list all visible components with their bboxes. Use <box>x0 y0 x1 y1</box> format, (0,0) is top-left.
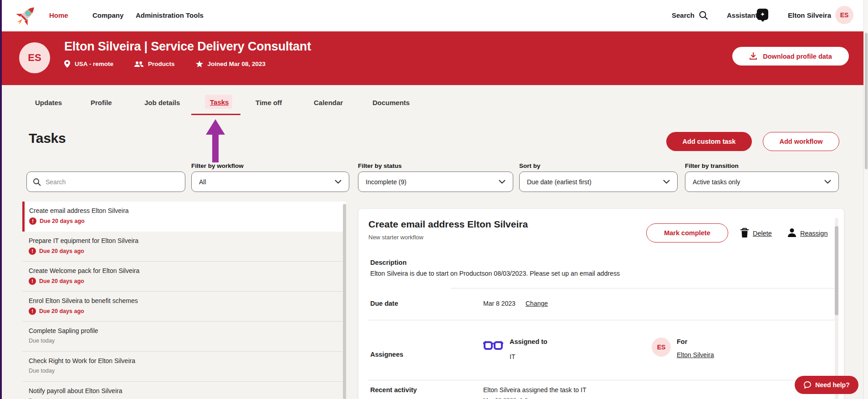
nav-item-company[interactable]: Company <box>92 11 123 19</box>
task-due-text: Due today <box>29 338 55 344</box>
joined-star-icon <box>196 61 203 67</box>
task-due-text: Due 20 days ago <box>39 248 84 254</box>
task-list-item[interactable]: Complete Sapling profile Due today <box>22 322 346 352</box>
delete-link[interactable]: Delete <box>753 230 772 237</box>
window-scrollbar[interactable] <box>863 0 868 399</box>
chevron-down-icon <box>663 180 670 184</box>
search-input[interactable] <box>46 178 185 186</box>
search-icon[interactable] <box>699 10 708 20</box>
overdue-exclamation-icon: ! <box>29 247 36 255</box>
nav-search-label[interactable]: Search <box>672 11 694 19</box>
assistant-icon[interactable]: ✦ <box>757 9 768 20</box>
chevron-down-icon <box>499 180 505 184</box>
overdue-exclamation-icon: ! <box>29 217 36 225</box>
task-detail-title: Create email address Elton Silveira <box>368 219 528 230</box>
detail-scrollbar-thumb[interactable] <box>835 226 838 315</box>
task-list-item[interactable]: Check Right to Work for Elton Silveira D… <box>22 352 346 382</box>
task-title: Notify payroll about Elton Silveira <box>29 387 340 394</box>
need-help-button[interactable]: Need help? <box>795 376 858 394</box>
app-logo-rocket-icon[interactable] <box>12 1 40 30</box>
nav-item-home[interactable]: Home <box>49 11 68 19</box>
for-label: For <box>677 338 687 345</box>
recent-activity-text: Elton Silveira assigned the task to IT <box>483 386 586 394</box>
it-glasses-icon <box>483 341 503 353</box>
tab-job-details[interactable]: Job details <box>144 99 180 106</box>
description-text: Elton Silveira is due to start on Produc… <box>370 270 620 277</box>
trash-icon[interactable] <box>740 228 749 238</box>
search-icon <box>33 178 41 186</box>
chat-bubble-icon <box>803 381 812 389</box>
tab-profile[interactable]: Profile <box>91 99 112 106</box>
left-edge-strip <box>0 0 2 399</box>
download-profile-data-button[interactable]: Download profile data <box>732 47 849 66</box>
sort-by-label: Sort by <box>519 162 541 169</box>
description-label: Description <box>370 259 407 266</box>
task-title: Create email address Elton Silveira <box>29 207 340 214</box>
mark-complete-button[interactable]: Mark complete <box>646 223 728 242</box>
top-navigation: Home Company Administration Tools Search… <box>0 0 868 31</box>
task-list-item[interactable]: Prepare IT equipment for Elton Silveira … <box>22 232 346 262</box>
task-title: Prepare IT equipment for Elton Silveira <box>29 237 340 244</box>
task-detail-panel: Create email address Elton Silveira New … <box>358 209 844 399</box>
window-scrollbar-thumb[interactable] <box>865 33 868 169</box>
sort-by-dropdown[interactable]: Due date (earliest first) <box>519 172 678 192</box>
active-tab-underline <box>191 114 240 115</box>
nav-user-name[interactable]: Elton Silveira <box>788 11 831 19</box>
task-list-item[interactable]: Create Welcome pack for Elton Silveira !… <box>22 262 346 292</box>
user-avatar[interactable]: ES <box>835 6 853 24</box>
tab-tasks[interactable]: Tasks <box>210 98 229 106</box>
recent-activity-date: Mar 08 2023, 1:0 <box>483 397 528 399</box>
filter-workflow-label: Filter by workflow <box>191 162 244 169</box>
profile-joined-date: Joined Mar 08, 2023 <box>208 61 266 67</box>
task-due-text: Due 20 days ago <box>39 278 84 284</box>
assigned-to-value: IT <box>510 353 515 360</box>
filter-workflow-dropdown[interactable]: All <box>191 172 349 192</box>
task-title: Complete Sapling profile <box>29 327 340 334</box>
tab-updates[interactable]: Updates <box>35 99 62 106</box>
nav-assistant-label[interactable]: Assistant <box>727 11 758 19</box>
task-list-scrollbar[interactable] <box>343 204 346 399</box>
chevron-down-icon <box>824 180 831 184</box>
task-search-field[interactable] <box>26 172 185 192</box>
add-custom-task-button[interactable]: Add custom task <box>666 132 752 151</box>
task-list-item[interactable]: Create email address Elton Silveira ! Du… <box>22 202 346 232</box>
task-list-item[interactable]: Enrol Elton Silveira to benefit schemes … <box>22 292 346 322</box>
overdue-exclamation-icon: ! <box>29 278 36 285</box>
filter-transition-label: Filter by transition <box>685 162 739 169</box>
profile-header-banner: ES Elton Silveira | Service Delivery Con… <box>0 31 868 85</box>
task-title: Check Right to Work for Elton Silveira <box>29 357 340 364</box>
chevron-down-icon <box>335 180 342 184</box>
task-list-item[interactable]: Notify payroll about Elton Silveira Due … <box>22 382 346 399</box>
recent-activity-label: Recent activity <box>370 386 417 394</box>
task-title: Enrol Elton Silveira to benefit schemes <box>29 297 340 304</box>
profile-avatar: ES <box>19 42 50 73</box>
add-workflow-button[interactable]: Add workflow <box>763 132 839 151</box>
assigned-to-label: Assigned to <box>510 338 547 345</box>
profile-location: USA - remote <box>75 61 113 67</box>
profile-title: Elton Silveira | Service Delivery Consul… <box>64 40 311 54</box>
task-title: Create Welcome pack for Elton Silveira <box>29 267 340 274</box>
filter-status-label: Filter by status <box>358 162 402 169</box>
due-date-label: Due date <box>370 300 398 307</box>
task-due-text: Due 20 days ago <box>40 218 85 224</box>
tab-tasks-highlight: Tasks <box>205 95 232 109</box>
page-title: Tasks <box>29 131 66 146</box>
person-icon[interactable] <box>787 228 797 237</box>
filter-status-dropdown[interactable]: Incomplete (9) <box>358 172 513 192</box>
for-person-link[interactable]: Elton Silveira <box>677 351 714 359</box>
tab-time-off[interactable]: Time off <box>255 99 282 106</box>
divider <box>368 380 839 380</box>
tab-documents[interactable]: Documents <box>373 99 410 106</box>
nav-item-administration-tools[interactable]: Administration Tools <box>136 11 204 19</box>
download-icon <box>749 52 757 61</box>
change-due-date-link[interactable]: Change <box>526 300 548 307</box>
task-list: Create email address Elton Silveira ! Du… <box>22 202 346 399</box>
location-pin-icon <box>64 60 70 68</box>
tab-calendar[interactable]: Calendar <box>314 99 343 106</box>
divider <box>368 320 839 320</box>
reassign-link[interactable]: Reassign <box>800 230 827 237</box>
task-due-text: Due 20 days ago <box>39 308 84 314</box>
filter-transition-dropdown[interactable]: Active tasks only <box>685 172 839 192</box>
annotation-arrow-up-icon <box>203 117 229 164</box>
profile-team: Products <box>148 61 175 67</box>
